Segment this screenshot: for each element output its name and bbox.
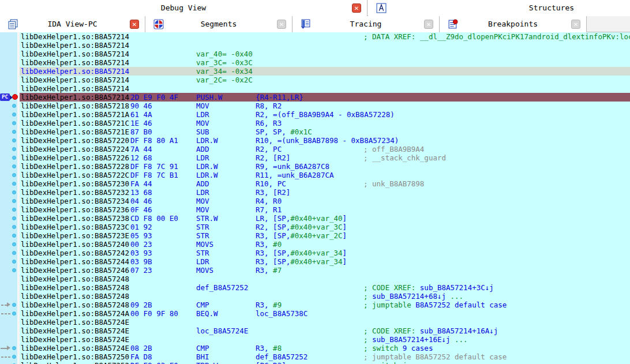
breakpoint-dot-icon[interactable] bbox=[12, 242, 16, 246]
tab-segments[interactable]: Segments ✕ bbox=[145, 16, 292, 32]
breakpoint-dot-icon[interactable] bbox=[12, 251, 16, 255]
disassembly-row[interactable]: libDexHelper1.so:B8A5724809 2BCMPR3, #9;… bbox=[20, 301, 630, 309]
disassembly-row[interactable]: libDexHelper1.so:B8A57214 bbox=[20, 84, 630, 93]
operands: R3, #9 bbox=[256, 301, 282, 309]
disassembly-row[interactable]: libDexHelper1.so:B8A57214var_40= -0x40 bbox=[20, 50, 630, 58]
close-icon[interactable]: ✕ bbox=[277, 20, 286, 29]
breakpoint-dot-icon[interactable] bbox=[12, 303, 16, 307]
breakpoint-dot-icon[interactable] bbox=[12, 182, 16, 186]
disassembly-row[interactable]: libDexHelper1.so:B8A5724403 9BLDRR3, [SP… bbox=[20, 257, 630, 266]
text-segment: R6, R3 bbox=[256, 119, 282, 127]
breakpoint-dot-icon[interactable] bbox=[12, 104, 16, 108]
opcode-bytes: FA D8 bbox=[130, 352, 152, 361]
breakpoint-dot-icon[interactable] bbox=[12, 268, 16, 272]
disassembly-row[interactable]: libDexHelper1.so:B8A5721E87 B0SUBSP, SP,… bbox=[20, 127, 630, 136]
disassembly-row[interactable]: libDexHelper1.so:B8A572142D E9 F0 4FPUSH… bbox=[20, 93, 630, 102]
disassembly-row[interactable]: libDexHelper1.so:B8A57248def_B8A57252; C… bbox=[20, 283, 630, 292]
address: libDexHelper1.so:B8A57248 bbox=[21, 301, 129, 309]
breakpoint-dot-icon[interactable] bbox=[12, 173, 16, 177]
tab-tracing-label: Tracing bbox=[292, 20, 439, 28]
breakpoint-dot-icon[interactable] bbox=[12, 112, 16, 117]
tab-structures[interactable]: Structures bbox=[368, 0, 630, 16]
breakpoint-dot-icon[interactable] bbox=[12, 130, 16, 134]
opcode-bytes: DF F8 7C 91 bbox=[130, 162, 178, 171]
address: libDexHelper1.so:B8A57236 bbox=[21, 205, 129, 214]
breakpoint-dot-icon[interactable] bbox=[12, 121, 16, 125]
disassembly-row[interactable]: libDexHelper1.so:B8A572247A 44ADDR2, PC;… bbox=[20, 145, 630, 153]
breakpoint-dot-icon[interactable] bbox=[12, 147, 16, 151]
breakpoint-dot-icon[interactable] bbox=[12, 312, 16, 316]
breakpoint-dot-icon[interactable] bbox=[12, 234, 16, 238]
disassembly-row[interactable]: libDexHelper1.so:B8A5723C01 92STRR2, [SP… bbox=[20, 223, 630, 231]
comment: ; unk_B8AB7898 bbox=[363, 179, 424, 188]
address: libDexHelper1.so:B8A57252 bbox=[21, 361, 129, 364]
mnemonic: STR bbox=[196, 231, 209, 240]
breakpoint-dot-icon[interactable] bbox=[12, 156, 16, 160]
disassembly-row[interactable]: libDexHelper1.so:B8A5722612 68LDRR2, [R2… bbox=[20, 153, 630, 162]
disassembly-row[interactable]: libDexHelper1.so:B8A5721A61 4ALDRR2, =(o… bbox=[20, 110, 630, 119]
disassembly-row[interactable]: libDexHelper1.so:B8A5723213 68LDRR3, [R2… bbox=[20, 188, 630, 197]
disassembly-row[interactable]: libDexHelper1.so:B8A57214 bbox=[20, 41, 630, 50]
disassembly-row[interactable]: libDexHelper1.so:B8A5723404 46MOVR4, R0 bbox=[20, 197, 630, 205]
disassembly-row[interactable]: libDexHelper1.so:B8A5721C1E 46MOVR6, R3 bbox=[20, 119, 630, 127]
disassembly-row[interactable]: libDexHelper1.so:B8A57214; DATA XREF: __… bbox=[20, 32, 630, 41]
opcode-bytes: 09 2B bbox=[130, 301, 152, 309]
breakpoint-dot-icon[interactable] bbox=[12, 164, 16, 168]
disassembly-row[interactable]: libDexHelper1.so:B8A57238CD F8 00 E0STR.… bbox=[20, 214, 630, 223]
text-segment: R3, [SP, bbox=[256, 257, 290, 266]
opcode-bytes: 61 4A bbox=[130, 110, 152, 119]
disassembly-row[interactable]: libDexHelper1.so:B8A5722CDF F8 7C B1LDR.… bbox=[20, 171, 630, 179]
disassembly-row[interactable]: libDexHelper1.so:B8A57252DF E8 03 F0TBB.… bbox=[20, 361, 630, 364]
breakpoint-dot-icon[interactable] bbox=[12, 199, 16, 203]
disassembly-row[interactable]: libDexHelper1.so:B8A5724000 23MOVSR3, #0 bbox=[20, 240, 630, 249]
tab-breakpoints[interactable]: Breakpoints ✕ bbox=[440, 16, 587, 32]
address: libDexHelper1.so:B8A57214 bbox=[21, 93, 129, 102]
disassembly-row[interactable]: libDexHelper1.so:B8A5721890 46MOVR8, R2 bbox=[20, 102, 630, 110]
disassembly-row[interactable]: libDexHelper1.so:B8A5724E08 2BCMPR3, #8;… bbox=[20, 344, 630, 352]
disassembly-row[interactable]: libDexHelper1.so:B8A5724E; sub_B8A57214+… bbox=[20, 335, 630, 344]
close-icon[interactable]: ✕ bbox=[352, 3, 361, 13]
disassembly-row[interactable]: libDexHelper1.so:B8A5724A00 F0 9F 80BEQ.… bbox=[20, 309, 630, 318]
active-breakpoint-icon[interactable] bbox=[12, 94, 18, 100]
tab-debug-view[interactable]: Debug View ✕ bbox=[0, 0, 367, 16]
disassembly-row[interactable]: libDexHelper1.so:B8A5723E05 93STRR3, [SP… bbox=[20, 231, 630, 240]
disassembly-row[interactable]: libDexHelper1.so:B8A57248; sub_B8A57214+… bbox=[20, 292, 630, 301]
disassembly-row[interactable]: libDexHelper1.so:B8A5724203 93STRR3, [SP… bbox=[20, 249, 630, 257]
mnemonic: LDR.W bbox=[196, 162, 218, 171]
disassembly-row[interactable]: libDexHelper1.so:B8A57214var_34= -0x34 bbox=[20, 67, 630, 76]
breakpoint-dot-icon[interactable] bbox=[12, 190, 16, 194]
close-icon[interactable]: ✕ bbox=[571, 20, 580, 29]
gutter-cell bbox=[0, 162, 20, 171]
tab-tracing[interactable]: Tracing ✕ bbox=[292, 16, 440, 32]
disassembly-row[interactable]: libDexHelper1.so:B8A57228DF F8 7C 91LDR.… bbox=[20, 162, 630, 171]
opcode-bytes: 00 23 bbox=[130, 240, 152, 249]
comment: ; jumptable B8A57252 default case bbox=[363, 301, 507, 309]
breakpoint-dot-icon[interactable] bbox=[12, 260, 16, 264]
gutter-cell bbox=[0, 119, 20, 127]
text-segment: ] bbox=[343, 231, 347, 240]
disassembly-row[interactable]: libDexHelper1.so:B8A5724Eloc_B8A5724E; C… bbox=[20, 327, 630, 335]
breakpoint-dot-icon[interactable] bbox=[12, 216, 16, 220]
tab-breakpoints-label: Breakpoints bbox=[440, 20, 586, 28]
tab-ida-view-pc[interactable]: IDA View-PC ✕ bbox=[0, 16, 145, 32]
disassembly-row[interactable]: libDexHelper1.so:B8A57220DF F8 80 A1LDR.… bbox=[20, 136, 630, 145]
disassembly-row[interactable]: libDexHelper1.so:B8A5724E bbox=[20, 318, 630, 327]
disassembly-row[interactable]: libDexHelper1.so:B8A572360F 46MOVR7, R1 bbox=[20, 205, 630, 214]
breakpoint-dot-icon[interactable] bbox=[12, 225, 16, 229]
breakpoint-dot-icon[interactable] bbox=[12, 346, 16, 350]
gutter-cell bbox=[0, 102, 20, 110]
disassembly-row[interactable]: libDexHelper1.so:B8A57248 bbox=[20, 275, 630, 283]
disassembly-row[interactable]: libDexHelper1.so:B8A57230FA 44ADDR10, PC… bbox=[20, 179, 630, 188]
text-segment: R7, R1 bbox=[256, 205, 282, 214]
disassembly-listing[interactable]: libDexHelper1.so:B8A57214; DATA XREF: __… bbox=[20, 32, 630, 364]
disassembly-row[interactable]: libDexHelper1.so:B8A5724607 23MOVSR3, #7 bbox=[20, 266, 630, 275]
breakpoint-dot-icon[interactable] bbox=[12, 138, 16, 142]
close-icon[interactable]: ✕ bbox=[424, 20, 433, 29]
disassembly-row[interactable]: libDexHelper1.so:B8A57214var_2C= -0x2C bbox=[20, 76, 630, 84]
disassembly-row[interactable]: libDexHelper1.so:B8A57250FA D8BHIdef_B8A… bbox=[20, 352, 630, 361]
breakpoint-dot-icon[interactable] bbox=[12, 355, 16, 359]
disassembly-row[interactable]: libDexHelper1.so:B8A57214var_3C= -0x3C bbox=[20, 58, 630, 67]
close-icon[interactable]: ✕ bbox=[130, 20, 139, 29]
breakpoint-dot-icon[interactable] bbox=[12, 208, 16, 212]
text-segment: def_B8A57252 bbox=[256, 352, 308, 361]
